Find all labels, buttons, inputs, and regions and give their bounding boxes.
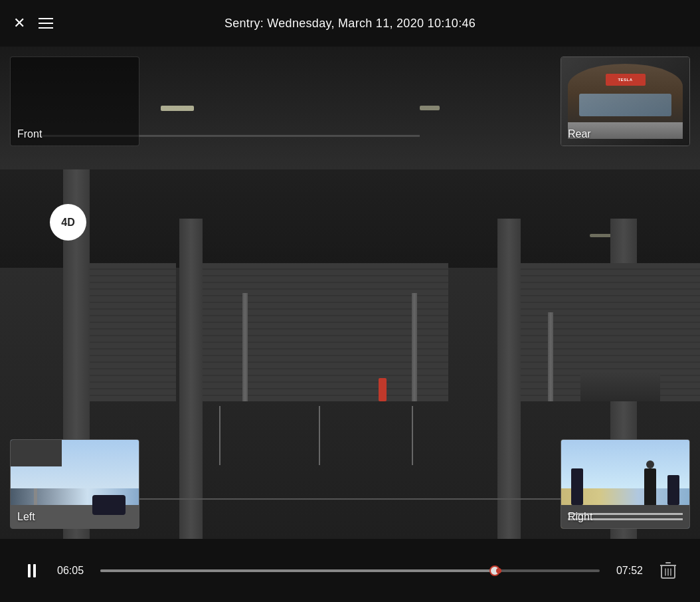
- menu-line-2: [39, 23, 53, 24]
- rear-glass: [579, 94, 671, 116]
- right-camera-label: Right: [568, 511, 592, 523]
- rear-tesla-logo: TESLA: [606, 74, 646, 86]
- rear-camera-thumb[interactable]: TESLA Rear: [561, 56, 690, 146]
- front-camera-label: Front: [17, 128, 42, 140]
- controls-bar: 06:05 07:52: [0, 539, 700, 602]
- barrier-post-2: [412, 293, 417, 401]
- close-button[interactable]: ✕: [13, 15, 25, 32]
- left-camera-thumb[interactable]: Left: [10, 439, 139, 529]
- parked-car: [580, 371, 660, 401]
- right-camera-thumb[interactable]: Right: [561, 439, 690, 529]
- parking-line-4: [133, 498, 567, 500]
- ceiling-light-1: [161, 106, 194, 111]
- progress-red-dot: [496, 568, 501, 573]
- pillar-mid-right: [497, 219, 521, 539]
- progress-thumb: [489, 565, 500, 576]
- front-camera-overlay[interactable]: Front: [10, 56, 139, 146]
- pause-icon: [28, 564, 36, 577]
- barrier-post-3: [548, 312, 553, 401]
- top-bar-left: ✕: [13, 15, 53, 32]
- right-person-head: [646, 460, 654, 468]
- progress-fill: [100, 569, 495, 572]
- parking-line-3: [412, 406, 413, 465]
- parking-line-2: [319, 406, 320, 465]
- time-current: 06:05: [57, 565, 87, 577]
- section-sign: 4D: [50, 204, 86, 241]
- right-person-body: [644, 468, 656, 505]
- trash-icon: [659, 561, 677, 580]
- pause-bar-2: [33, 564, 36, 577]
- pillar-mid-left: [179, 219, 203, 539]
- time-total: 07:52: [613, 565, 643, 577]
- ceiling-light-2: [420, 106, 440, 110]
- pause-bar-1: [28, 564, 31, 577]
- progress-bar[interactable]: [100, 569, 600, 572]
- delete-button[interactable]: [656, 559, 680, 583]
- menu-line-1: [39, 18, 53, 19]
- left-parked-car: [92, 495, 126, 515]
- left-camera-label: Left: [17, 511, 35, 523]
- menu-line-3: [39, 27, 53, 29]
- shutter-left: [90, 263, 176, 401]
- parking-line-1: [219, 406, 220, 465]
- left-overhang: [11, 440, 62, 466]
- right-charger-2: [667, 475, 679, 505]
- play-pause-button[interactable]: [20, 559, 44, 583]
- top-bar: ✕ Sentry: Wednesday, March 11, 2020 10:1…: [0, 0, 700, 47]
- fire-extinguisher: [379, 378, 387, 401]
- menu-button[interactable]: [39, 18, 53, 29]
- barrier-post-1: [242, 293, 248, 401]
- page-title: Sentry: Wednesday, March 11, 2020 10:10:…: [224, 17, 476, 31]
- right-charger: [571, 468, 583, 505]
- rear-camera-label: Rear: [568, 128, 591, 140]
- video-area: 4D Front TESLA Rear: [0, 47, 700, 539]
